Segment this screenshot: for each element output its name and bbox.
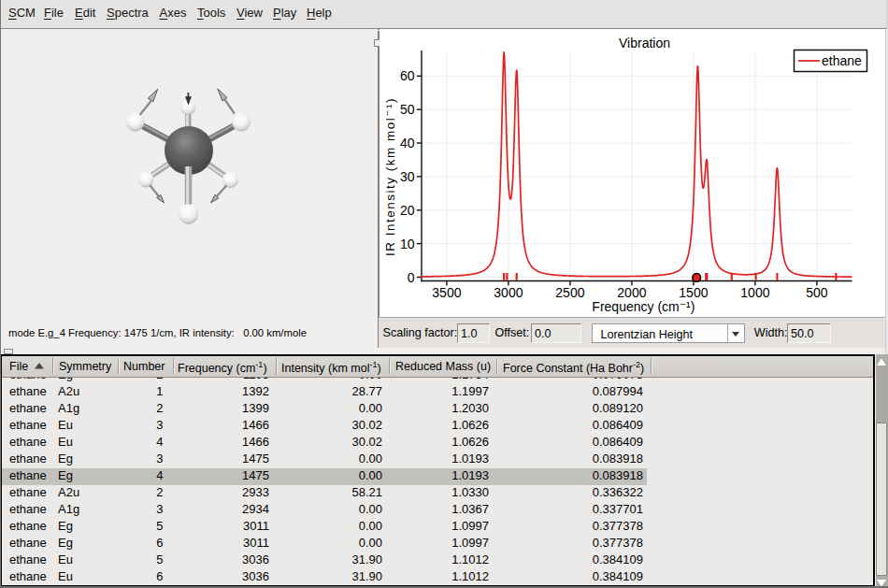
svg-text:40: 40 <box>400 136 415 151</box>
svg-text:2500: 2500 <box>555 285 584 300</box>
svg-text:20: 20 <box>400 203 415 218</box>
svg-text:3500: 3500 <box>432 285 461 300</box>
svg-text:3000: 3000 <box>494 285 523 300</box>
svg-text:0: 0 <box>408 270 415 285</box>
svg-text:IR Intensity (km mol⁻¹): IR Intensity (km mol⁻¹) <box>383 97 397 256</box>
svg-text:10: 10 <box>400 237 415 251</box>
svg-text:500: 500 <box>806 285 828 300</box>
svg-text:1000: 1000 <box>740 285 769 300</box>
svg-text:60: 60 <box>400 68 415 83</box>
svg-text:1500: 1500 <box>679 285 708 300</box>
svg-text:Frequency (cm⁻¹): Frequency (cm⁻¹) <box>592 299 695 314</box>
svg-text:Vibration: Vibration <box>619 36 670 50</box>
svg-text:2000: 2000 <box>617 285 646 300</box>
svg-text:50: 50 <box>400 102 415 117</box>
svg-text:ethane: ethane <box>822 53 862 68</box>
svg-text:30: 30 <box>400 169 415 184</box>
